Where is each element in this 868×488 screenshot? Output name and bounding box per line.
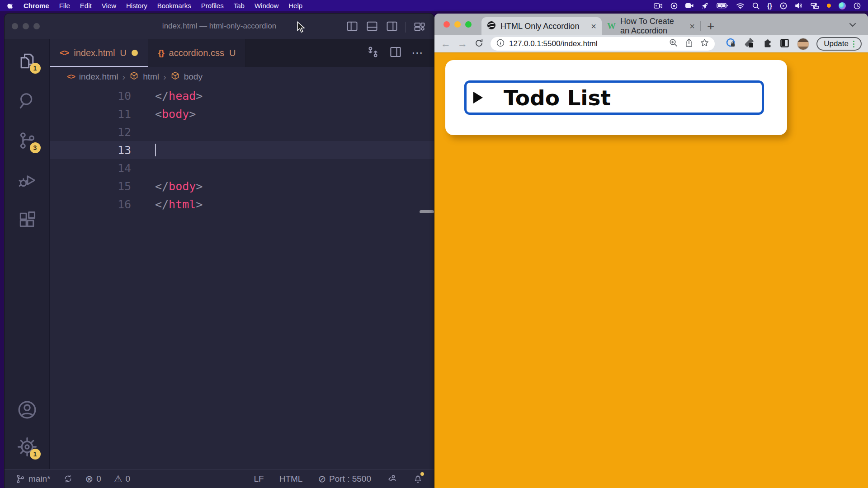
account-icon[interactable]: [17, 399, 38, 420]
settings-gear-icon[interactable]: 1: [17, 436, 38, 457]
menu-view[interactable]: View: [97, 2, 121, 9]
eol-indicator[interactable]: LF: [254, 474, 264, 484]
volume-icon[interactable]: [795, 2, 803, 9]
chrome-traffic-lights: [443, 21, 472, 28]
search-sidebar-icon[interactable]: [17, 90, 38, 111]
explorer-icon[interactable]: 1: [17, 51, 38, 71]
zoom-icon[interactable]: [669, 38, 678, 49]
browser-tab-html-only-accordion[interactable]: HTML Only Accordion ×: [481, 17, 602, 35]
live-share-icon[interactable]: [387, 474, 397, 484]
live-server-port-item[interactable]: ⊘ Port : 5500: [318, 474, 371, 484]
menu-chrome[interactable]: Chrome: [19, 2, 54, 9]
code-line-10[interactable]: 10 </head>: [50, 87, 434, 105]
extensions-puzzle-icon[interactable]: [761, 38, 772, 50]
line-number: 16: [50, 198, 131, 211]
record-icon[interactable]: [670, 2, 678, 9]
menu-profiles[interactable]: Profiles: [196, 2, 229, 9]
customize-layout-icon[interactable]: [413, 20, 426, 34]
split-editor-right-icon[interactable]: [389, 45, 402, 61]
address-bar[interactable]: 127.0.0.1:5500/index.html: [491, 37, 715, 51]
video-camera-icon[interactable]: [685, 3, 693, 9]
language-mode[interactable]: HTML: [279, 474, 303, 484]
siri-icon[interactable]: [839, 2, 846, 9]
vscode-traffic-lights: [12, 23, 40, 29]
menu-help[interactable]: Help: [283, 2, 307, 9]
tab-accordion-css[interactable]: {} accordion.css U: [148, 39, 246, 67]
unsaved-dot-icon[interactable]: [132, 50, 138, 56]
zoom-window-button[interactable]: [33, 23, 40, 29]
split-editor-icon[interactable]: [386, 20, 398, 34]
menu-tab[interactable]: Tab: [229, 2, 250, 9]
close-window-button[interactable]: [443, 21, 450, 28]
profile-avatar[interactable]: [797, 38, 809, 50]
search-icon[interactable]: [752, 2, 760, 9]
play-circle-icon[interactable]: [780, 2, 787, 9]
code-line-13-current[interactable]: 13: [50, 141, 434, 159]
browser-tab-how-to-create-accordion[interactable]: W How To Create an Accordion ×: [602, 17, 700, 35]
site-info-icon[interactable]: [496, 39, 505, 49]
new-tab-button[interactable]: +: [707, 20, 714, 33]
more-actions-icon[interactable]: ⋯: [411, 46, 424, 60]
menu-history[interactable]: History: [121, 2, 152, 9]
battery-icon[interactable]: [717, 3, 728, 9]
editor-tabbar: <> index.html U {} accordion.css U ⋯: [50, 39, 434, 67]
share-icon[interactable]: [685, 38, 693, 49]
editor-empty-area[interactable]: [50, 213, 434, 469]
braces-icon[interactable]: {}: [767, 2, 772, 9]
code-editor[interactable]: 10 </head> 11 <body> 12 13: [50, 87, 434, 213]
dark-reader-icon[interactable]: [779, 38, 790, 50]
code-line-16[interactable]: 16 </html>: [50, 195, 434, 213]
git-branch-item[interactable]: main*: [15, 474, 51, 484]
rocket-icon[interactable]: [701, 2, 709, 9]
sync-changes-item[interactable]: [63, 474, 73, 483]
accordion-summary[interactable]: Todo List: [464, 80, 764, 115]
colorpicker-extension-icon[interactable]: [743, 38, 754, 50]
breadcrumb: <> index.html › html › body: [50, 67, 434, 87]
camcorder-icon[interactable]: [654, 3, 663, 9]
run-debug-icon[interactable]: [17, 170, 38, 191]
menu-window[interactable]: Window: [250, 2, 283, 9]
toggle-sidebar-icon[interactable]: [346, 20, 359, 34]
toggle-panel-icon[interactable]: [366, 20, 378, 34]
menubar-status-icons: {}: [654, 2, 861, 9]
breadcrumb-file[interactable]: index.html: [79, 72, 118, 82]
symbol-cube-icon: [129, 71, 139, 83]
code-line-11[interactable]: 11 <body>: [50, 105, 434, 123]
menu-bookmarks[interactable]: Bookmarks: [152, 2, 196, 9]
clock-icon[interactable]: [854, 2, 861, 9]
explorer-badge: 1: [30, 63, 41, 74]
reload-button[interactable]: [474, 38, 484, 50]
breadcrumb-html[interactable]: html: [143, 72, 159, 82]
minimize-window-button[interactable]: [454, 21, 461, 28]
zoom-window-button[interactable]: [465, 21, 472, 28]
close-tab-icon[interactable]: ×: [689, 22, 695, 31]
errors-item[interactable]: ⊗ 0: [85, 474, 101, 484]
code-line-12[interactable]: 12: [50, 123, 434, 141]
vscode-window: index.html — html-only-accordion 1: [5, 14, 434, 488]
breadcrumb-body[interactable]: body: [184, 72, 203, 82]
bookmark-star-icon[interactable]: [700, 38, 709, 49]
window-menu-chevron-icon[interactable]: [849, 21, 856, 29]
open-changes-icon[interactable]: [366, 45, 380, 61]
menu-file[interactable]: File: [54, 2, 75, 9]
tab-index-html[interactable]: <> index.html U: [50, 39, 148, 67]
apple-menu-icon[interactable]: [7, 2, 14, 9]
extensions-icon[interactable]: [17, 210, 38, 230]
privacy-extension-icon[interactable]: [725, 38, 736, 50]
control-center-icon[interactable]: [811, 3, 819, 9]
code-line-14[interactable]: 14: [50, 159, 434, 177]
menu-edit[interactable]: Edit: [75, 2, 97, 9]
back-button[interactable]: ←: [441, 39, 451, 49]
notifications-bell-icon[interactable]: [413, 474, 423, 484]
code-line-15[interactable]: 15 </body>: [50, 177, 434, 195]
sash-resize-handle[interactable]: [420, 210, 434, 213]
close-tab-icon[interactable]: ×: [591, 22, 596, 31]
branch-name: main*: [28, 474, 51, 484]
source-control-icon[interactable]: 3: [17, 130, 38, 151]
close-window-button[interactable]: [12, 23, 18, 29]
warnings-item[interactable]: ⚠ 0: [114, 474, 130, 484]
forward-button[interactable]: →: [458, 39, 467, 49]
update-chrome-button[interactable]: Update: [816, 37, 862, 51]
wifi-icon[interactable]: [736, 3, 745, 9]
minimize-window-button[interactable]: [23, 23, 29, 29]
